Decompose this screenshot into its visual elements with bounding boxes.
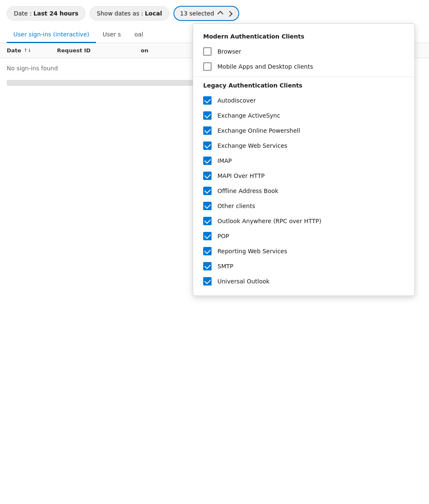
checkbox-pop[interactable] [203,232,212,240]
column-header-request-id: Request ID [57,47,141,54]
dropdown-item-mapi-over-http[interactable]: MAPI Over HTTP [193,168,414,183]
checkbox-exchange-online-powershell[interactable] [203,126,212,135]
modern-auth-section-title: Modern Authentication Clients [193,31,414,44]
dropdown-item-exchange-web-services[interactable]: Exchange Web Services [193,138,414,153]
dropdown-item-autodiscover[interactable]: Autodiscover [193,93,414,108]
dropdown-item-mobile-label: Mobile Apps and Desktop clients [217,63,313,70]
dropdown-item-exchange-web-services-label: Exchange Web Services [217,142,287,149]
checkbox-imap[interactable] [203,157,212,165]
tab-other[interactable]: oal [128,27,150,43]
dropdown-item-smtp-label: SMTP [217,263,233,270]
dropdown-item-exchange-activesync[interactable]: Exchange ActiveSync [193,108,414,123]
date-column-label: Date [7,47,21,54]
selected-count-text: 13 selected [180,10,214,17]
checkbox-mobile[interactable] [203,62,212,71]
dropdown-item-mapi-over-http-label: MAPI Over HTTP [217,172,265,179]
dropdown-item-pop[interactable]: POP [193,229,414,244]
dropdown-item-universal-outlook-label: Universal Outlook [217,278,269,285]
show-dates-label: Show dates as : [97,10,143,17]
filter-bar: Date : Last 24 hours Show dates as : Loc… [0,0,429,27]
checkbox-universal-outlook[interactable] [203,277,212,285]
checkbox-offline-address-book[interactable] [203,187,212,195]
show-dates-value: Local [145,10,162,17]
checkbox-reporting-web-services[interactable] [203,247,212,255]
column-header-on: on [141,47,148,54]
dropdown-item-other-clients[interactable]: Other clients [193,198,414,213]
selected-count-pill[interactable]: 13 selected [173,6,239,21]
dropdown-item-exchange-online-powershell[interactable]: Exchange Online Powershell [193,123,414,138]
dropdown-item-outlook-anywhere[interactable]: Outlook Anywhere (RPC over HTTP) [193,213,414,229]
show-dates-filter-pill[interactable]: Show dates as : Local [90,6,169,21]
checkbox-other-clients[interactable] [203,202,212,210]
dropdown-item-offline-address-book-label: Offline Address Book [217,188,278,194]
dropdown-item-exchange-activesync-label: Exchange ActiveSync [217,112,280,119]
client-filter-dropdown: Modern Authentication Clients Browser Mo… [193,23,415,296]
dropdown-item-universal-outlook[interactable]: Universal Outlook [193,274,414,289]
checkbox-outlook-anywhere[interactable] [203,217,212,225]
legacy-auth-section-title: Legacy Authentication Clients [193,80,414,93]
dropdown-item-offline-address-book[interactable]: Offline Address Book [193,183,414,198]
dropdown-item-other-clients-label: Other clients [217,203,255,209]
checkbox-mapi-over-http[interactable] [203,172,212,180]
dropdown-item-outlook-anywhere-label: Outlook Anywhere (RPC over HTTP) [217,218,321,224]
column-header-date[interactable]: Date ↑↓ [7,47,57,54]
date-filter-label: Date : [14,10,32,17]
chevron-right-icon [227,10,233,16]
dropdown-item-imap[interactable]: IMAP [193,153,414,168]
dropdown-item-pop-label: POP [217,233,229,239]
dropdown-item-mobile[interactable]: Mobile Apps and Desktop clients [193,59,414,74]
dropdown-item-smtp[interactable]: SMTP [193,259,414,274]
dropdown-item-reporting-web-services-label: Reporting Web Services [217,248,287,255]
checkbox-autodiscover[interactable] [203,96,212,105]
dropdown-item-browser[interactable]: Browser [193,44,414,59]
tab-interactive[interactable]: User sign-ins (interactive) [7,27,96,43]
dropdown-item-imap-label: IMAP [217,157,232,164]
empty-message: No sign-ins found [7,65,58,72]
dropdown-item-browser-label: Browser [217,48,241,55]
dropdown-item-reporting-web-services[interactable]: Reporting Web Services [193,244,414,259]
checkbox-browser[interactable] [203,47,212,56]
checkbox-exchange-web-services[interactable] [203,141,212,150]
tab-noninteractive[interactable]: User s [96,27,128,43]
dropdown-item-autodiscover-label: Autodiscover [217,97,256,104]
date-filter-pill[interactable]: Date : Last 24 hours [7,6,85,21]
dropdown-item-exchange-online-powershell-label: Exchange Online Powershell [217,127,300,134]
horizontal-scrollbar[interactable] [7,80,199,86]
sort-icon[interactable]: ↑↓ [24,48,31,53]
checkbox-smtp[interactable] [203,262,212,270]
section-divider [193,77,414,77]
checkbox-exchange-activesync[interactable] [203,111,212,120]
date-filter-value: Last 24 hours [34,10,78,17]
chevron-up-icon [217,10,223,16]
